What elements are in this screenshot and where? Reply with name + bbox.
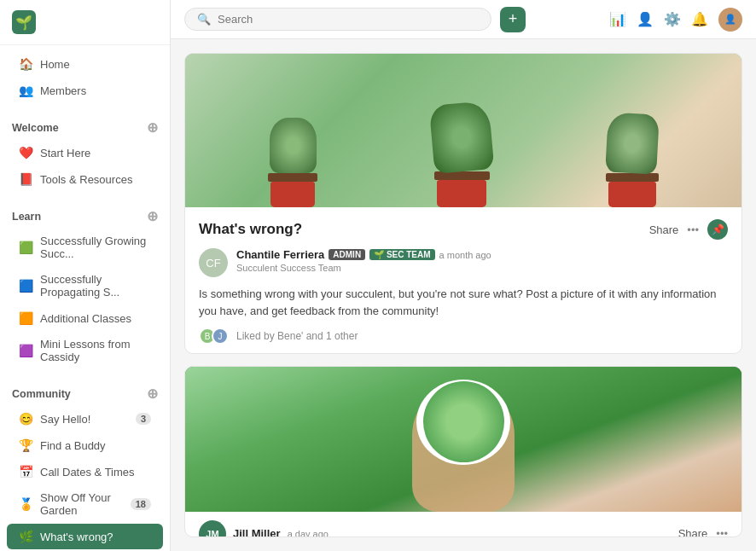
sidebar-item-call-dates[interactable]: 📅 Call Dates & Times xyxy=(7,459,163,484)
liked-row: B J Liked by Bene' and 1 other xyxy=(199,328,728,345)
section-community: Community ⊕ xyxy=(0,377,170,405)
section-welcome-add[interactable]: ⊕ xyxy=(147,119,158,136)
section-learn-add[interactable]: ⊕ xyxy=(147,208,158,224)
admin-badge: ADMIN xyxy=(329,249,365,260)
author-name-row: Chantile Ferriera ADMIN 🌱 SEC TEAM a mon… xyxy=(236,248,491,261)
share-button[interactable]: Share xyxy=(649,223,679,236)
propagating-label: Successfully Propagating S... xyxy=(40,273,151,299)
post-title: What's wrong? xyxy=(199,221,302,238)
members-icon: 👥 xyxy=(19,84,33,97)
sidebar-item-start-here[interactable]: ❤️ Start Here xyxy=(7,140,163,165)
sidebar: 🌱 🏠 Home 👥 Members Welcome ⊕ ❤️ Start He… xyxy=(0,0,171,551)
find-buddy-icon: 🏆 xyxy=(19,438,33,452)
post-time: a month ago xyxy=(439,250,491,260)
mini-lessons-label: Mini Lessons from Cassidy xyxy=(40,338,151,363)
add-button[interactable]: + xyxy=(500,7,526,32)
post-header-row: What's wrong? Share ••• 📌 xyxy=(199,219,728,240)
person-icon[interactable]: 👤 xyxy=(637,11,654,27)
bell-icon[interactable]: 🔔 xyxy=(691,11,708,27)
second-share-button[interactable]: Share xyxy=(678,527,708,537)
sidebar-item-mini-lessons[interactable]: 🟪 Mini Lessons from Cassidy xyxy=(7,332,163,369)
liked-text: Liked by Bene' and 1 other xyxy=(236,330,358,342)
mini-lessons-icon: 🟪 xyxy=(19,344,33,357)
classes-label: Additional Classes xyxy=(40,312,131,325)
second-post-card: JM Jill Miller a day ago Share ••• xyxy=(184,366,742,537)
sidebar-item-whats-wrong[interactable]: 🌿 What's wrong? xyxy=(7,524,163,549)
whats-wrong-icon: 🌿 xyxy=(19,530,33,543)
post-image xyxy=(185,54,741,207)
tools-label: Tools & Resources xyxy=(40,173,132,186)
sidebar-item-members-label: Members xyxy=(40,84,86,97)
show-garden-label: Show Off Your Garden xyxy=(40,491,124,517)
liked-avatars: B J xyxy=(199,328,224,345)
post-body-text: Is something wrong with your succulent, … xyxy=(199,286,728,319)
second-post-actions: Share ••• xyxy=(678,527,728,537)
home-icon: 🏠 xyxy=(19,57,33,71)
section-welcome-label: Welcome xyxy=(12,122,59,134)
second-post-image xyxy=(185,367,741,512)
tools-icon: 📕 xyxy=(19,172,33,186)
second-post-time: a day ago xyxy=(288,529,329,537)
app-logo: 🌱 xyxy=(0,0,170,45)
propagating-icon: 🟦 xyxy=(19,279,33,293)
author-name: Chantile Ferriera xyxy=(236,248,324,261)
classes-icon: 🟧 xyxy=(19,311,33,325)
section-community-label: Community xyxy=(12,388,71,400)
sidebar-item-tools[interactable]: 📕 Tools & Resources xyxy=(7,166,163,192)
jm-avatar: JM xyxy=(199,520,226,537)
main-content: What's wrong? Share ••• 📌 CF Chantile Fe… xyxy=(171,39,756,551)
search-input[interactable] xyxy=(218,13,479,26)
section-community-add[interactable]: ⊕ xyxy=(147,386,158,402)
search-icon: 🔍 xyxy=(197,13,211,26)
sidebar-item-show-garden[interactable]: 🏅 Show Off Your Garden 18 xyxy=(7,485,163,523)
topbar: 🔍 + 📊 👤 ⚙️ 🔔 👤 xyxy=(171,0,756,39)
whats-wrong-label: What's wrong? xyxy=(40,531,113,543)
section-learn: Learn ⊕ xyxy=(0,200,170,228)
show-garden-icon: 🏅 xyxy=(19,497,33,511)
pin-button[interactable]: 📌 xyxy=(707,219,728,240)
post-actions: 👍 Like 💬 Comment 7 comments xyxy=(199,353,728,354)
second-author-info: JM Jill Miller a day ago xyxy=(199,520,329,537)
gear-icon[interactable]: ⚙️ xyxy=(664,11,681,27)
liked-avatar-2: J xyxy=(212,328,229,345)
sidebar-item-home[interactable]: 🏠 Home xyxy=(7,51,163,77)
author-subtitle: Succulent Success Team xyxy=(236,263,491,273)
find-buddy-label: Find a Buddy xyxy=(40,439,106,452)
growing-icon: 🟩 xyxy=(19,241,33,254)
sidebar-item-classes[interactable]: 🟧 Additional Classes xyxy=(7,305,163,331)
post-author-row: CF Chantile Ferriera ADMIN 🌱 SEC TEAM a … xyxy=(199,248,728,277)
section-learn-label: Learn xyxy=(12,211,41,223)
say-hello-icon: 😊 xyxy=(19,412,33,426)
search-bar[interactable]: 🔍 xyxy=(184,8,491,31)
sidebar-item-home-label: Home xyxy=(40,58,70,71)
say-hello-badge: 3 xyxy=(136,413,151,425)
more-options-button[interactable]: ••• xyxy=(687,223,699,236)
author-info: Chantile Ferriera ADMIN 🌱 SEC TEAM a mon… xyxy=(236,248,491,273)
say-hello-label: Say Hello! xyxy=(40,413,90,426)
post-body: What's wrong? Share ••• 📌 CF Chantile Fe… xyxy=(185,207,741,354)
growing-label: Successfully Growing Succ... xyxy=(40,235,151,260)
sidebar-item-propagating[interactable]: 🟦 Successfully Propagating S... xyxy=(7,267,163,304)
call-dates-icon: 📅 xyxy=(19,465,33,478)
sidebar-item-find-buddy[interactable]: 🏆 Find a Buddy xyxy=(7,432,163,458)
topbar-icons: 📊 👤 ⚙️ 🔔 👤 xyxy=(609,8,742,32)
sidebar-item-growing[interactable]: 🟩 Successfully Growing Succ... xyxy=(7,229,163,266)
user-avatar[interactable]: 👤 xyxy=(718,8,742,32)
start-here-label: Start Here xyxy=(40,147,90,160)
author-avatar: CF xyxy=(199,248,228,277)
call-dates-label: Call Dates & Times xyxy=(40,466,135,478)
sidebar-item-members[interactable]: 👥 Members xyxy=(7,78,163,103)
second-post-bottom: JM Jill Miller a day ago Share ••• xyxy=(185,512,741,537)
post-card-whats-wrong: What's wrong? Share ••• 📌 CF Chantile Fe… xyxy=(184,53,742,354)
sidebar-item-say-hello[interactable]: 😊 Say Hello! 3 xyxy=(7,406,163,432)
second-more-button[interactable]: ••• xyxy=(716,527,728,537)
logo-icon: 🌱 xyxy=(12,10,36,34)
team-badge: 🌱 SEC TEAM xyxy=(369,249,434,260)
post-header-actions: Share ••• 📌 xyxy=(649,219,728,240)
chart-icon[interactable]: 📊 xyxy=(609,11,626,27)
second-author-name: Jill Miller xyxy=(233,527,281,537)
start-here-icon: ❤️ xyxy=(19,146,33,160)
show-garden-badge: 18 xyxy=(131,498,151,510)
section-welcome: Welcome ⊕ xyxy=(0,111,170,139)
